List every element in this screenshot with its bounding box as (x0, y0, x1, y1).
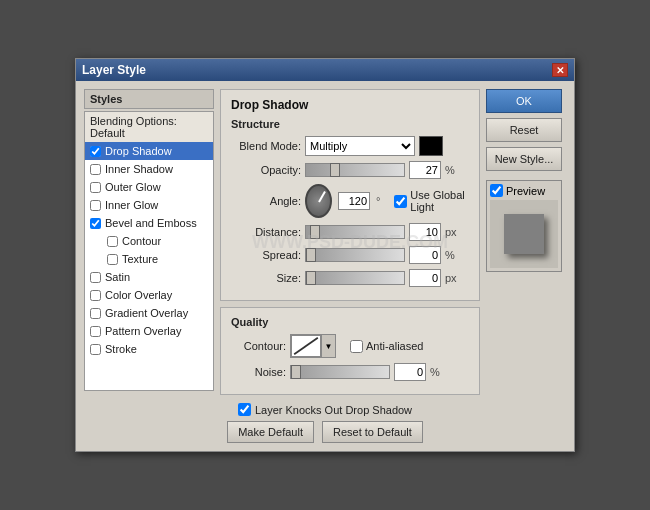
drop-shadow-checkbox[interactable] (90, 146, 101, 157)
color-overlay-label: Color Overlay (105, 289, 172, 301)
distance-slider[interactable] (305, 225, 405, 239)
dialog-title: Layer Style (82, 63, 146, 77)
anti-alias-checkbox[interactable] (350, 340, 363, 353)
contour-dropdown[interactable]: ▼ (290, 334, 336, 358)
opacity-input[interactable] (409, 161, 441, 179)
opacity-slider[interactable] (305, 163, 405, 177)
make-default-button[interactable]: Make Default (227, 421, 314, 443)
inner-glow-checkbox[interactable] (90, 200, 101, 211)
style-item-blending[interactable]: Blending Options: Default (85, 112, 213, 142)
ok-button[interactable]: OK (486, 89, 562, 113)
global-light-group: Use Global Light (394, 189, 469, 213)
size-input[interactable] (409, 269, 441, 287)
preview-checkbox[interactable] (490, 184, 503, 197)
spread-row: Spread: % (231, 246, 469, 264)
drop-shadow-title: Drop Shadow (231, 98, 469, 112)
angle-label: Angle: (231, 195, 301, 207)
angle-row: Angle: ° Use Global Light (231, 184, 469, 218)
bottom-section: Layer Knocks Out Drop Shadow Make Defaul… (76, 403, 574, 451)
angle-unit: ° (376, 195, 388, 207)
styles-list: Blending Options: Default Drop Shadow In… (84, 111, 214, 391)
style-item-inner-shadow[interactable]: Inner Shadow (85, 160, 213, 178)
inner-shadow-label: Inner Shadow (105, 163, 173, 175)
pattern-overlay-label: Pattern Overlay (105, 325, 181, 337)
quality-title: Quality (231, 316, 469, 328)
contour-checkbox[interactable] (107, 236, 118, 247)
preview-box: Preview (486, 180, 562, 272)
spread-input[interactable] (409, 246, 441, 264)
color-overlay-checkbox[interactable] (90, 290, 101, 301)
quality-section: Quality Contour: ▼ Anti-alia (220, 307, 480, 395)
contour-label: Contour (122, 235, 161, 247)
title-bar: Layer Style ✕ (76, 59, 574, 81)
blend-mode-row: Blend Mode: Multiply Normal Screen Overl… (231, 136, 469, 156)
distance-input[interactable] (409, 223, 441, 241)
stroke-label: Stroke (105, 343, 137, 355)
layer-knocks-label: Layer Knocks Out Drop Shadow (255, 404, 412, 416)
blending-label: Blending Options: Default (90, 115, 208, 139)
style-item-outer-glow[interactable]: Outer Glow (85, 178, 213, 196)
style-item-gradient-overlay[interactable]: Gradient Overlay (85, 304, 213, 322)
outer-glow-label: Outer Glow (105, 181, 161, 193)
styles-header: Styles (84, 89, 214, 109)
style-item-texture[interactable]: Texture (85, 250, 213, 268)
global-light-checkbox[interactable] (394, 195, 407, 208)
noise-slider[interactable] (290, 365, 390, 379)
preview-label-row: Preview (490, 184, 558, 197)
shadow-color-swatch[interactable] (419, 136, 443, 156)
layer-knocks-checkbox[interactable] (238, 403, 251, 416)
main-panel: WWW.PSD-DUDE.COM Drop Shadow Structure B… (220, 89, 480, 395)
outer-glow-checkbox[interactable] (90, 182, 101, 193)
opacity-label: Opacity: (231, 164, 301, 176)
noise-unit: % (430, 366, 446, 378)
style-item-drop-shadow[interactable]: Drop Shadow (85, 142, 213, 160)
opacity-row: Opacity: % (231, 161, 469, 179)
inner-shadow-checkbox[interactable] (90, 164, 101, 175)
style-item-stroke[interactable]: Stroke (85, 340, 213, 358)
bevel-emboss-label: Bevel and Emboss (105, 217, 197, 229)
inner-glow-label: Inner Glow (105, 199, 158, 211)
drop-shadow-section: Drop Shadow Structure Blend Mode: Multip… (220, 89, 480, 301)
angle-dial[interactable] (305, 184, 332, 218)
bevel-emboss-checkbox[interactable] (90, 218, 101, 229)
spread-slider[interactable] (305, 248, 405, 262)
contour-dropdown-arrow[interactable]: ▼ (321, 335, 335, 357)
right-panel: OK Reset New Style... Preview (486, 89, 566, 395)
distance-unit: px (445, 226, 461, 238)
gradient-overlay-checkbox[interactable] (90, 308, 101, 319)
reset-button[interactable]: Reset (486, 118, 562, 142)
noise-label: Noise: (231, 366, 286, 378)
opacity-unit: % (445, 164, 461, 176)
style-item-bevel-emboss[interactable]: Bevel and Emboss (85, 214, 213, 232)
style-item-contour[interactable]: Contour (85, 232, 213, 250)
new-style-button[interactable]: New Style... (486, 147, 562, 171)
global-light-label: Use Global Light (410, 189, 469, 213)
spread-label: Spread: (231, 249, 301, 261)
style-item-pattern-overlay[interactable]: Pattern Overlay (85, 322, 213, 340)
preview-square (504, 214, 544, 254)
close-button[interactable]: ✕ (552, 63, 568, 77)
style-item-satin[interactable]: Satin (85, 268, 213, 286)
stroke-checkbox[interactable] (90, 344, 101, 355)
spread-unit: % (445, 249, 461, 261)
texture-checkbox[interactable] (107, 254, 118, 265)
contour-row: Contour: ▼ Anti-aliased (231, 334, 469, 358)
size-slider[interactable] (305, 271, 405, 285)
pattern-overlay-checkbox[interactable] (90, 326, 101, 337)
contour-swatch[interactable] (291, 335, 321, 357)
preview-canvas (490, 200, 558, 268)
angle-input[interactable] (338, 192, 370, 210)
texture-label: Texture (122, 253, 158, 265)
bottom-buttons: Make Default Reset to Default (227, 421, 423, 443)
gradient-overlay-label: Gradient Overlay (105, 307, 188, 319)
angle-group: ° Use Global Light (305, 184, 469, 218)
satin-checkbox[interactable] (90, 272, 101, 283)
reset-to-default-button[interactable]: Reset to Default (322, 421, 423, 443)
blend-mode-select[interactable]: Multiply Normal Screen Overlay (305, 136, 415, 156)
noise-input[interactable] (394, 363, 426, 381)
blend-mode-label: Blend Mode: (231, 140, 301, 152)
style-item-color-overlay[interactable]: Color Overlay (85, 286, 213, 304)
dialog-body: Styles Blending Options: Default Drop Sh… (76, 81, 574, 403)
style-item-inner-glow[interactable]: Inner Glow (85, 196, 213, 214)
distance-label: Distance: (231, 226, 301, 238)
